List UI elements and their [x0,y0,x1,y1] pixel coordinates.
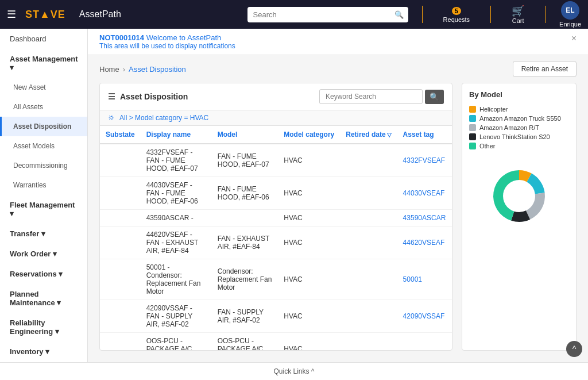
cell-retired-date [340,227,397,259]
cell-model: OOS-PCU - PACKAGE A/C UNIT, #PCU-07 [212,333,278,351]
retire-asset-button[interactable]: Retire an Asset [513,61,577,77]
legend-dot [469,133,476,140]
table-row[interactable]: 4332FVSEAF - FAN - FUME HOOD, #EAF-07 FA… [100,144,452,177]
requests-badge: 5 [452,7,461,15]
table-row[interactable]: OOS-PCU - PACKAGE A/C UNIT, #PCU-07 OOS-… [100,333,452,351]
sidebar-item-decommissioning[interactable]: Decommissioning [0,156,87,175]
cell-display-name: 4332FVSEAF - FAN - FUME HOOD, #EAF-07 [141,144,212,177]
cell-asset-tag [397,333,452,351]
cell-asset-tag: 44030VSEAF [397,177,452,210]
table-row[interactable]: 42090VSSAF - FAN - SUPPLY AIR, #SAF-02 F… [100,300,452,333]
legend-item: Amazon Amazon R/T [469,124,569,131]
cell-model: FAN - EXHAUST AIR, #EAF-84 [212,227,278,259]
notification-text: NOT0001014 Welcome to AssetPath This are… [99,33,235,50]
main-panel: ☰ Asset Disposition 🔍 ⛭ All > Model cate… [88,83,588,362]
cell-model-category: HVAC [278,210,340,227]
cell-substate [100,300,141,333]
legend-item: Other [469,143,569,149]
table-row[interactable]: 44030VSEAF - FAN - FUME HOOD, #EAF-06 FA… [100,177,452,210]
cart-label: Cart [512,17,524,24]
breadcrumb-current: Asset Disposition [129,65,186,74]
table-scroll[interactable]: Substate Display name Model Model catego… [100,126,452,350]
cell-asset-tag: 43590ASCAR [397,210,452,227]
cell-display-name: 44620VSEAF - FAN - EXHAUST AIR, #EAF-84 [141,227,212,259]
filter-row: ⛭ All > Model category = HVAC [100,110,452,126]
cell-display-name: 42090VSSAF - FAN - SUPPLY AIR, #SAF-02 [141,300,212,333]
table-row[interactable]: 50001 - Condensor: Replacement Fan Motor… [100,259,452,300]
user-nav-item[interactable]: EL Enrique [559,1,581,28]
col-retired-date[interactable]: Retired date▽ [340,126,397,144]
cell-display-name: OOS-PCU - PACKAGE A/C UNIT, #PCU-07 [141,333,212,351]
cart-nav-item[interactable]: 🛒 Cart [505,5,531,24]
sidebar-item-asset-disposition[interactable]: Asset Disposition [0,117,87,136]
cell-substate [100,259,141,300]
sidebar-item-inventory[interactable]: Inventory ▾ [0,341,87,362]
col-display-name[interactable]: Display name [141,126,212,144]
avatar: EL [561,1,579,20]
col-substate[interactable]: Substate [100,126,141,144]
table-body: 4332FVSEAF - FAN - FUME HOOD, #EAF-07 FA… [100,144,452,350]
sidebar-item-dashboard[interactable]: Dashboard [0,29,87,49]
sidebar-item-warranties[interactable]: Warranties [0,175,87,195]
table-title: ☰ Asset Disposition [108,92,188,101]
hamburger-icon[interactable]: ☰ [7,8,16,21]
right-panel-title: By Model [469,90,569,99]
sidebar-item-asset-models[interactable]: Asset Models [0,136,87,156]
legend-dot [469,143,476,149]
sidebar-item-reliability-engineering[interactable]: Reliability Engineering ▾ [0,313,87,341]
app-logo: ST▲VE [25,9,65,21]
logo-text: ST▲VE [25,9,65,21]
sidebar-item-asset-management[interactable]: Asset Management ▾ [0,49,87,78]
table-row[interactable]: 43590ASCAR - HVAC 43590ASCAR [100,210,452,227]
nav-divider-2 [490,6,491,23]
sidebar-item-work-order[interactable]: Work Order ▾ [0,244,87,264]
legend-label: Amazon Amazon Truck S550 [479,115,561,122]
search-input[interactable] [247,7,408,22]
legend-item: Lenovo ThinkStation S20 [469,133,569,140]
cell-substate [100,210,141,227]
sidebar-item-planned-maintenance[interactable]: Planned Maintenance ▾ [0,284,87,313]
scroll-to-top-button[interactable]: ^ [566,341,582,357]
breadcrumb: Home › Asset Disposition [99,65,186,74]
filter-icon: ⛭ [108,114,115,122]
breadcrumb-home[interactable]: Home [99,65,119,74]
notification-close-button[interactable]: × [571,33,577,44]
sidebar: Dashboard Asset Management ▾ New Asset A… [0,29,88,362]
cell-model-category: HVAC [278,227,340,259]
requests-nav-item[interactable]: 5 Requests [436,6,477,23]
quick-links-bar[interactable]: Quick Links ^ [0,362,588,380]
user-name: Enrique [559,21,581,28]
table-header-row: Substate Display name Model Model catego… [100,126,452,144]
col-model[interactable]: Model [212,126,278,144]
sidebar-item-fleet-management[interactable]: Fleet Management ▾ [0,195,87,224]
legend-dot [469,115,476,122]
nav-divider-3 [545,6,546,23]
notification-id: NOT0001014 [99,33,144,42]
sidebar-item-all-assets[interactable]: All Assets [0,97,87,117]
table-title-text: Asset Disposition [120,92,188,101]
sidebar-item-new-asset[interactable]: New Asset [0,78,87,97]
legend-label: Amazon Amazon R/T [479,124,539,131]
filter-link[interactable]: All > Model category = HVAC [119,114,208,122]
legend-label: Other [479,143,496,149]
right-panel: By Model Helicopter Amazon Amazon Truck … [462,83,577,351]
donut-segment [526,193,545,219]
cell-substate [100,177,141,210]
keyword-search-input[interactable] [319,89,423,104]
cell-display-name: 50001 - Condensor: Replacement Fan Motor [141,259,212,300]
cell-substate [100,333,141,351]
col-asset-tag[interactable]: Asset tag [397,126,452,144]
cell-model-category: HVAC [278,333,340,351]
sidebar-item-transfer[interactable]: Transfer ▾ [0,224,87,244]
keyword-search: 🔍 [319,89,444,104]
cell-asset-tag: 42090VSSAF [397,300,452,333]
cell-model: FAN - SUPPLY AIR, #SAF-02 [212,300,278,333]
keyword-search-button[interactable]: 🔍 [425,90,444,104]
sidebar-item-reservations[interactable]: Reservations ▾ [0,264,87,284]
cell-retired-date [340,333,397,351]
col-model-category[interactable]: Model category [278,126,340,144]
top-nav: ☰ ST▲VE AssetPath 🔍 5 Requests 🛒 Cart EL… [0,0,588,29]
table-row[interactable]: 44620VSEAF - FAN - EXHAUST AIR, #EAF-84 … [100,227,452,259]
asset-disposition-table-section: ☰ Asset Disposition 🔍 ⛭ All > Model cate… [99,83,452,351]
legend-label: Lenovo ThinkStation S20 [479,133,550,140]
